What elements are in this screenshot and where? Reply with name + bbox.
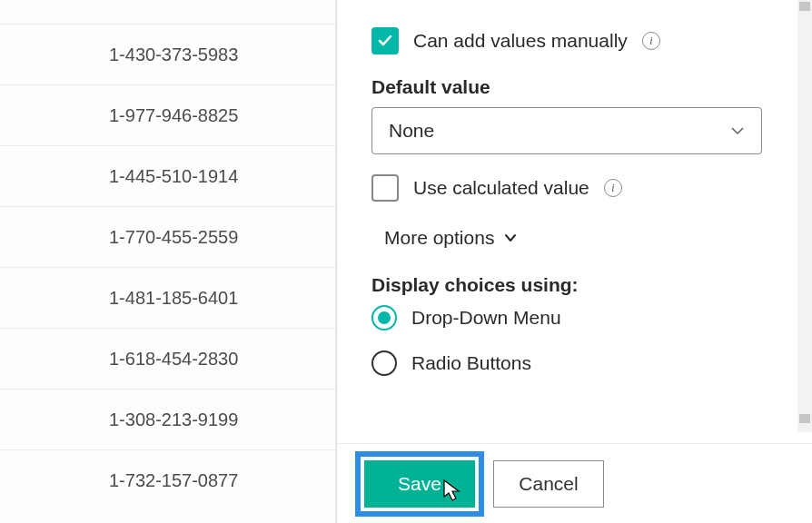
list-row[interactable]: 1-430-373-5983: [0, 25, 335, 85]
list-column: 1-430-373-5983 1-977-946-8825 1-445-510-…: [0, 0, 336, 523]
radio-dropdown[interactable]: [371, 305, 397, 331]
list-row[interactable]: 1-445-510-1914: [0, 146, 335, 207]
cancel-button[interactable]: Cancel: [493, 460, 604, 508]
phone-cell: 1-618-454-2830: [109, 349, 238, 370]
save-button[interactable]: Save: [364, 460, 475, 508]
phone-cell: 1-445-510-1914: [109, 166, 238, 187]
display-choice-radio-row[interactable]: Radio Buttons: [371, 350, 770, 376]
list-row[interactable]: 1-770-455-2559: [0, 207, 335, 268]
can-add-values-checkbox[interactable]: [371, 27, 399, 54]
default-value-label: Default value: [371, 76, 770, 98]
list-row[interactable]: [0, 0, 335, 25]
display-choices-label: Display choices using:: [371, 274, 770, 296]
can-add-values-label: Can add values manually: [413, 30, 628, 52]
panel-footer: Save Cancel: [337, 443, 812, 523]
scrollbar-track[interactable]: [797, 0, 812, 432]
list-row[interactable]: 1-618-454-2830: [0, 329, 335, 390]
save-highlight-border: Save: [355, 451, 484, 517]
scroll-arrow-down-icon[interactable]: [799, 414, 810, 423]
use-calculated-row: Use calculated value i: [371, 174, 770, 202]
list-row[interactable]: 1-977-946-8825: [0, 85, 335, 146]
list-row[interactable]: 1-481-185-6401: [0, 268, 335, 329]
radio-radiobuttons-label: Radio Buttons: [411, 352, 531, 374]
scroll-arrow-up-icon[interactable]: [799, 2, 810, 11]
list-row[interactable]: 1-308-213-9199: [0, 390, 335, 450]
phone-cell: 1-481-185-6401: [109, 288, 238, 309]
phone-cell: 1-770-455-2559: [109, 227, 238, 248]
use-calculated-checkbox[interactable]: [371, 174, 399, 202]
check-icon: [377, 33, 393, 49]
more-options-label: More options: [384, 227, 494, 249]
info-icon[interactable]: i: [604, 179, 622, 197]
radio-inner-icon: [378, 311, 391, 324]
chevron-down-icon: [503, 231, 518, 245]
radio-radiobuttons[interactable]: [371, 350, 397, 376]
use-calculated-label: Use calculated value: [413, 177, 589, 199]
save-button-label: Save: [398, 473, 441, 495]
radio-dropdown-label: Drop-Down Menu: [411, 307, 561, 329]
panel-scroll-area: Can add values manually i Default value …: [337, 0, 797, 443]
default-value-selected: None: [389, 120, 434, 142]
info-icon[interactable]: i: [642, 32, 660, 50]
list-row[interactable]: 1-732-157-0877: [0, 450, 335, 511]
edit-column-panel: Can add values manually i Default value …: [336, 0, 812, 523]
phone-cell: 1-732-157-0877: [109, 470, 238, 491]
app-root: 1-430-373-5983 1-977-946-8825 1-445-510-…: [0, 0, 812, 523]
display-choice-dropdown-row[interactable]: Drop-Down Menu: [371, 305, 770, 331]
phone-cell: 1-308-213-9199: [109, 410, 238, 430]
default-value-select[interactable]: None: [371, 107, 762, 154]
cancel-button-label: Cancel: [519, 473, 578, 495]
chevron-down-icon: [730, 123, 745, 138]
phone-cell: 1-977-946-8825: [109, 105, 238, 126]
more-options-toggle[interactable]: More options: [384, 227, 770, 249]
can-add-values-row: Can add values manually i: [371, 27, 770, 54]
phone-cell: 1-430-373-5983: [109, 44, 238, 65]
